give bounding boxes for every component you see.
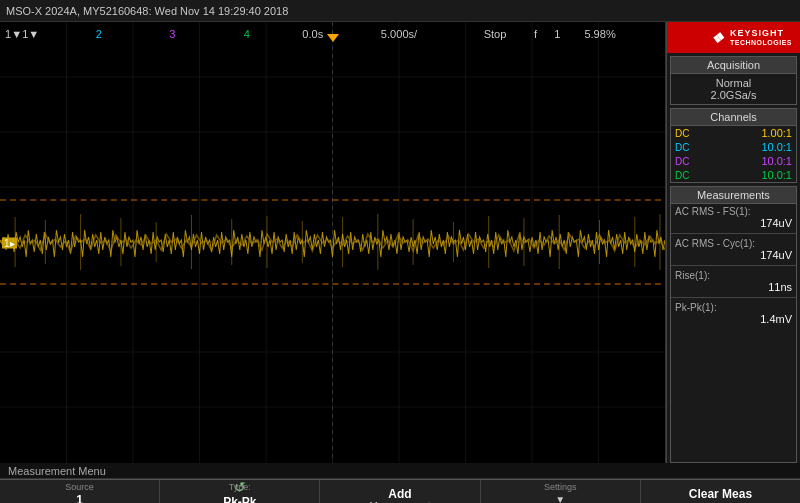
type-top-label: Type:: [160, 482, 319, 492]
ch3-dc: DC: [675, 156, 689, 167]
ks-logo-main: KEYSIGHT: [730, 28, 792, 39]
acquisition-section: Acquisition Normal 2.0GSa/s: [670, 56, 797, 105]
svg-text:Stop: Stop: [484, 28, 507, 40]
keysight-logo: ❖ KEYSIGHT TECHNOLOGIES: [667, 22, 800, 53]
source-button[interactable]: Source 1: [0, 480, 160, 503]
source-top-label: Source: [0, 482, 159, 492]
channel-item-2: DC 10.0:1: [671, 140, 796, 154]
measurements-section: Measurements AC RMS - FS(1): 174uV AC RM…: [670, 186, 797, 463]
bottom-area: Measurement Menu Source 1 Type: ↺ Pk-Pk …: [0, 463, 800, 503]
ks-symbol: ❖: [711, 30, 724, 46]
channels-section: Channels DC 1.00:1 DC 10.0:1 DC 10.0:1 D…: [670, 108, 797, 183]
meas-label-2: AC RMS - Cyc(1):: [675, 238, 792, 249]
clear-meas-label: Clear Meas: [689, 487, 752, 501]
measurements-list: AC RMS - FS(1): 174uV AC RMS - Cyc(1): 1…: [671, 204, 796, 327]
meas-label-4: Pk-Pk(1):: [675, 302, 792, 313]
ch3-val: 10.0:1: [761, 155, 792, 167]
bottom-toolbar: Source 1 Type: ↺ Pk-Pk ▼ Add Measurement…: [0, 479, 800, 503]
ch1-dc: DC: [675, 128, 689, 139]
channels-list: DC 1.00:1 DC 10.0:1 DC 10.0:1 DC 10.0:1: [671, 126, 796, 182]
ch2-val: 10.0:1: [761, 141, 792, 153]
settings-down-arrow: ▼: [555, 494, 565, 503]
channels-title: Channels: [671, 109, 796, 126]
meas-sep-3: [671, 297, 796, 298]
meas-item-1: AC RMS - FS(1): 174uV: [671, 204, 796, 231]
model-info: MSO-X 2024A, MY52160648: Wed Nov 14 19:2…: [6, 5, 288, 17]
scope-svg: 1▼ 1▼ 2 3 4 0.0s 5.000s/ Stop f 1 5.98%: [0, 22, 665, 463]
settings-button[interactable]: Settings ▼: [481, 480, 641, 503]
meas-item-2: AC RMS - Cyc(1): 174uV: [671, 236, 796, 263]
add-meas-main: Add: [388, 487, 411, 501]
meas-value-3: 11ns: [675, 281, 792, 293]
channel-item-3: DC 10.0:1: [671, 154, 796, 168]
ks-logo-sub: TECHNOLOGIES: [730, 39, 792, 47]
trigger-marker: [327, 34, 339, 42]
meas-sep-1: [671, 233, 796, 234]
type-main-label: Pk-Pk: [223, 495, 256, 503]
svg-text:1: 1: [554, 28, 560, 40]
scope-display: 1▸: [0, 22, 666, 463]
acquisition-title: Acquisition: [671, 57, 796, 74]
main-area: 1▸: [0, 22, 800, 463]
ch1-left-marker: 1▸: [2, 237, 17, 248]
meas-item-4: Pk-Pk(1): 1.4mV: [671, 300, 796, 327]
meas-label-1: AC RMS - FS(1):: [675, 206, 792, 217]
svg-text:1▼: 1▼: [22, 28, 39, 40]
add-measurement-button[interactable]: Add Measurement: [320, 480, 480, 503]
settings-top-label: Settings: [481, 482, 640, 492]
meas-label-3: Rise(1):: [675, 270, 792, 281]
ch2-dc: DC: [675, 142, 689, 153]
acquisition-mode: Normal 2.0GSa/s: [671, 74, 796, 104]
meas-item-3: Rise(1): 11ns: [671, 268, 796, 295]
meas-value-4: 1.4mV: [675, 313, 792, 325]
svg-text:5.98%: 5.98%: [584, 28, 616, 40]
svg-text:5.000s/: 5.000s/: [381, 28, 418, 40]
type-button[interactable]: Type: ↺ Pk-Pk ▼: [160, 480, 320, 503]
top-bar: MSO-X 2024A, MY52160648: Wed Nov 14 19:2…: [0, 0, 800, 22]
ch4-val: 10.0:1: [761, 169, 792, 181]
svg-text:0.0s: 0.0s: [302, 28, 323, 40]
measurement-menu-label: Measurement Menu: [0, 463, 800, 479]
channel-item-4: DC 10.0:1: [671, 168, 796, 182]
meas-value-2: 174uV: [675, 249, 792, 261]
svg-text:3: 3: [169, 28, 175, 40]
measurements-title: Measurements: [671, 187, 796, 204]
meas-sep-2: [671, 265, 796, 266]
right-panel: ❖ KEYSIGHT TECHNOLOGIES Acquisition Norm…: [666, 22, 800, 463]
svg-text:2: 2: [96, 28, 102, 40]
channel-item-1: DC 1.00:1: [671, 126, 796, 140]
ch1-val: 1.00:1: [761, 127, 792, 139]
source-main-label: 1: [76, 493, 83, 504]
meas-value-1: 174uV: [675, 217, 792, 229]
ch4-dc: DC: [675, 170, 689, 181]
clear-meas-button[interactable]: Clear Meas ▼: [641, 480, 800, 503]
svg-text:1▼: 1▼: [5, 28, 22, 40]
svg-text:4: 4: [244, 28, 250, 40]
